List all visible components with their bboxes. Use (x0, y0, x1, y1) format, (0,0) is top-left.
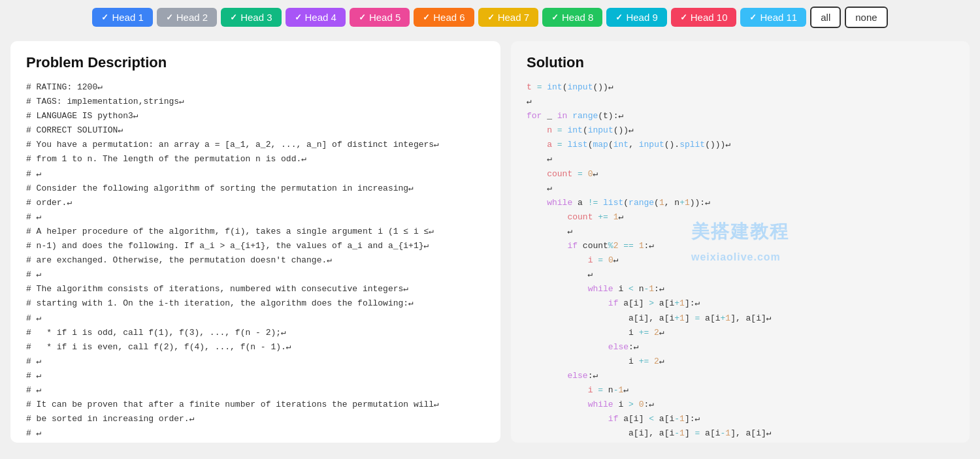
checkmark-3: ✓ (230, 12, 237, 22)
solution-panel: Solution t = int(input())↵ ↵ for _ in ra… (511, 41, 970, 443)
head-label-10: Head 10 (691, 12, 728, 23)
head-label-2: Head 2 (176, 12, 208, 23)
checkmark-7: ✓ (487, 12, 495, 22)
head-btn-7[interactable]: ✓Head 7 (478, 8, 538, 27)
checkmark-4: ✓ (295, 12, 302, 22)
none-button[interactable]: none (845, 7, 887, 28)
top-bar: ✓Head 1✓Head 2✓Head 3✓Head 4✓Head 5✓Head… (0, 0, 980, 35)
problem-title: Problem Description (26, 54, 485, 71)
head-btn-8[interactable]: ✓Head 8 (542, 8, 602, 27)
head-btn-10[interactable]: ✓Head 10 (671, 8, 737, 27)
checkmark-11: ✓ (749, 12, 757, 22)
head-label-8: Head 8 (562, 12, 593, 23)
head-label-9: Head 9 (626, 12, 657, 23)
head-btn-1[interactable]: ✓Head 1 (92, 8, 152, 27)
checkmark-6: ✓ (423, 12, 430, 22)
all-button[interactable]: all (810, 7, 841, 28)
solution-title: Solution (527, 54, 954, 71)
head-label-1: Head 1 (112, 12, 143, 23)
head-label-3: Head 3 (240, 12, 272, 23)
checkmark-2: ✓ (166, 12, 173, 22)
head-btn-6[interactable]: ✓Head 6 (414, 8, 474, 27)
checkmark-1: ✓ (101, 12, 108, 22)
problem-panel: Problem Description # RATING: 1200↵ # TA… (10, 41, 500, 443)
solution-code: t = int(input())↵ ↵ for _ in range(t):↵ … (527, 80, 954, 443)
head-btn-4[interactable]: ✓Head 4 (286, 8, 346, 27)
head-label-4: Head 4 (305, 12, 336, 23)
head-btn-2[interactable]: ✓Head 2 (157, 8, 217, 27)
head-label-7: Head 7 (498, 12, 529, 23)
head-btn-3[interactable]: ✓Head 3 (221, 8, 281, 27)
head-btn-9[interactable]: ✓Head 9 (606, 8, 666, 27)
head-btn-11[interactable]: ✓Head 11 (740, 8, 806, 27)
head-label-6: Head 6 (433, 12, 465, 23)
checkmark-8: ✓ (551, 12, 559, 22)
checkmark-5: ✓ (359, 12, 366, 22)
checkmark-9: ✓ (615, 12, 623, 22)
head-btn-5[interactable]: ✓Head 5 (350, 8, 410, 27)
problem-code: # RATING: 1200↵ # TAGS: implementation,s… (26, 80, 485, 443)
content-area: Problem Description # RATING: 1200↵ # TA… (0, 35, 980, 449)
checkmark-10: ✓ (680, 12, 687, 22)
head-label-11: Head 11 (760, 12, 797, 23)
head-label-5: Head 5 (369, 12, 400, 23)
